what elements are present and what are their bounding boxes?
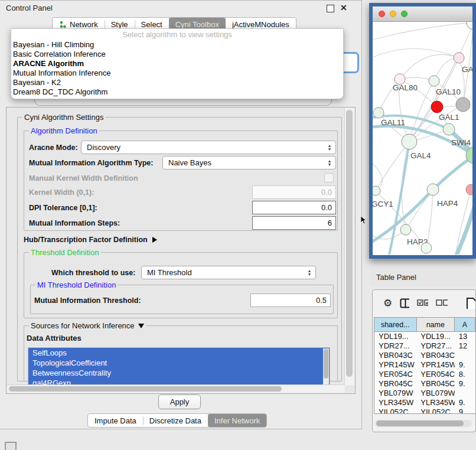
manual-kernel-checkbox[interactable] [324,173,334,182]
float-window-icon[interactable] [327,5,334,12]
network-icon [59,21,67,28]
attribute-item[interactable]: BetweennessCentrality [28,368,330,378]
column-header-a[interactable]: A [455,318,475,331]
network-node[interactable] [429,76,439,86]
network-node[interactable] [454,53,464,63]
scrollbar-thumb[interactable] [9,386,282,392]
table-cell: YBR045C [416,379,454,389]
kernel-width-field[interactable]: 0.0 [252,185,336,199]
screen: Control Panel ✕ Network Style Select Cyn… [0,0,476,450]
scrollbar-thumb[interactable] [376,420,464,426]
network-view-window[interactable]: GALGAL80GAL10GAL1GAL11SWI4GAL4GCY1HAP4YH… [369,3,476,259]
table-row[interactable]: YPR145WYPR145W9. [374,360,475,370]
network-edge[interactable] [373,48,459,58]
settings-vertical-scrollbar[interactable] [344,108,354,385]
node-label: GAL80 [393,83,418,92]
network-node[interactable] [456,97,470,112]
network-edge[interactable] [373,22,472,40]
gear-icon[interactable]: ⚙ [383,298,392,308]
network-edge-highlighted[interactable] [457,199,472,255]
network-node[interactable] [467,22,472,30]
table-cell: 13 [455,332,475,341]
table-cell: YBR043C [416,351,454,360]
tab-discretize-data[interactable]: Discretize Data [143,414,208,427]
table-cell [455,389,475,398]
dropdown-item[interactable]: Bayesian - K2 [11,78,343,87]
panel-corner-icon[interactable] [5,442,17,450]
combobox-value: Discovery [81,143,325,152]
network-canvas[interactable]: GALGAL80GAL10GAL1GAL11SWI4GAL4GCY1HAP4YH… [373,22,472,255]
column-header-shared[interactable]: shared... [374,318,417,331]
dropdown-item[interactable]: Dream8 DC_TDC Algorithm [11,87,343,97]
settings-horizontal-scrollbar[interactable] [7,384,345,393]
network-edge[interactable] [409,22,472,142]
tab-label: Network [70,20,98,29]
control-panel-title: Control Panel [6,4,53,12]
hub-definition-expander[interactable]: Hub/Transcription Factor Definition [24,236,157,244]
node-label: GAL1 [439,113,459,122]
threshold-definition-group: Threshold Definition Which threshold to … [24,252,338,318]
mi-algorithm-type-combobox[interactable]: Naive Bayes ▲▼ [162,156,336,169]
table-row[interactable]: YBL079WYBL079W [374,389,475,398]
which-threshold-combobox[interactable]: MI Threshold ▲▼ [141,266,316,279]
network-node[interactable] [400,224,411,235]
tab-label: Impute Data [94,416,136,425]
which-threshold-label: Which threshold to use: [51,269,135,277]
network-window-titlebar[interactable] [373,6,472,22]
attribute-list-scrollbar[interactable] [323,348,329,389]
column-header-name[interactable]: name [417,318,455,331]
tab-infer-network[interactable]: Infer Network [208,414,266,427]
table-row[interactable]: YDL19...YDL19...13 [374,332,475,341]
table-row[interactable]: YBR045CYBR045C9. [374,379,475,389]
table-row[interactable]: YER054CYER054C8. [374,370,475,379]
combobox-value: MI Threshold [142,268,305,277]
dropdown-item-selected[interactable]: ARACNE Algorithm [11,59,343,69]
close-traffic-light-icon[interactable] [379,11,385,17]
close-icon[interactable]: ✕ [340,3,347,12]
zoom-traffic-light-icon[interactable] [401,11,407,17]
mi-threshold-field[interactable]: 0.5 [250,294,331,307]
network-node[interactable] [431,101,443,113]
network-node[interactable] [443,123,455,135]
table-row[interactable]: YDR27...YDR27...12 [374,341,475,351]
table-cell: YLR345W [416,398,454,407]
dropdown-item[interactable]: Basic Correlation Inference [11,50,343,59]
apply-button[interactable]: Apply [158,394,201,409]
hub-definition-label: Hub/Transcription Factor Definition [24,236,148,244]
dropdown-item[interactable]: Mutual Information Inference [11,69,343,78]
dropdown-item[interactable]: Bayesian - Hill Climbing [11,40,343,50]
network-node[interactable] [402,134,417,149]
sources-title: Sources for Network Inference [31,321,135,330]
sources-expander[interactable]: Sources for Network Inference [29,321,146,330]
attribute-item[interactable]: SelfLoops [28,348,330,358]
table-row[interactable]: YBR043CYBR043C [374,351,475,360]
aracne-mode-combobox[interactable]: Discovery ▲▼ [81,141,336,154]
network-node[interactable] [427,184,439,195]
network-edge-highlighted[interactable] [433,155,472,190]
table-cell: 8. [455,370,475,379]
attribute-item[interactable]: TopologicalCoefficient [28,358,330,368]
dpi-tolerance-field[interactable]: 0.0 [252,201,336,214]
cyni-settings-panel: Cyni Algorithm Settings Algorithm Defini… [6,107,356,394]
mi-steps-field[interactable]: 6 [252,216,336,230]
node-label: SWI4 [451,138,471,147]
chevron-right-icon [152,237,157,243]
table-cell: YPR145W [416,360,454,370]
table-horizontal-scrollbar[interactable] [375,420,472,427]
table-row[interactable]: YLR345WYLR345W9. [374,398,475,407]
scrollbar-thumb[interactable] [346,110,353,377]
minimize-traffic-light-icon[interactable] [390,11,396,17]
network-node[interactable] [373,186,380,195]
columns-icon[interactable] [400,298,409,308]
aracne-mode-label: Aracne Mode: [29,144,78,152]
document-icon[interactable] [466,297,475,309]
deselect-all-icon[interactable] [436,299,448,306]
select-all-checks-icon[interactable] [417,299,429,306]
network-edge-highlighted[interactable] [389,142,409,255]
network-node[interactable] [466,184,472,195]
table-row[interactable]: YIL052CYIL052C9 [374,407,475,414]
stepper-icon: ▲▼ [325,144,335,151]
network-node[interactable] [421,243,432,253]
tab-impute-data[interactable]: Impute Data [88,414,143,427]
network-node[interactable] [373,107,384,118]
